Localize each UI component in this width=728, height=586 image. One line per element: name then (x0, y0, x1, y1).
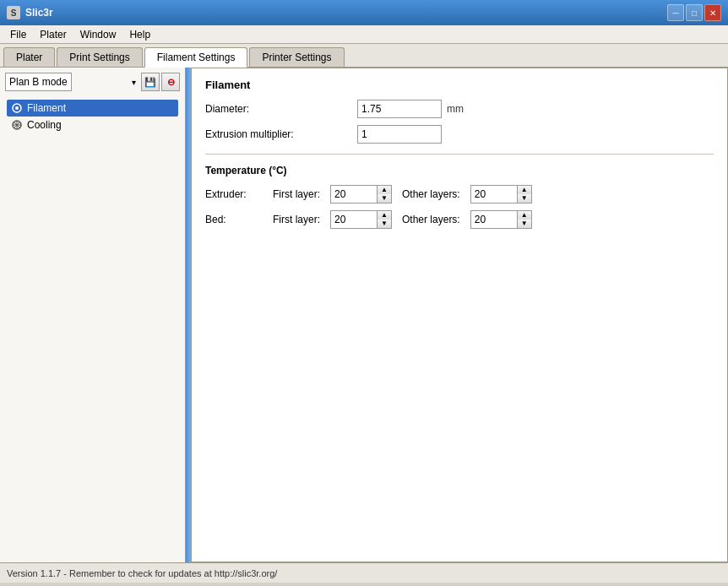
cooling-label: Cooling (27, 119, 62, 131)
extruder-other-layers-input[interactable] (470, 185, 517, 203)
bed-other-layers-input[interactable] (470, 210, 517, 229)
bed-other-layers-label: Other layers: (402, 214, 460, 225)
bed-other-layers-spinner-btns: ▲ ▼ (517, 210, 532, 229)
profile-select-wrapper: Plan B mode (5, 73, 139, 91)
status-bar: Version 1.1.7 - Remember to check for up… (0, 562, 728, 583)
bed-first-layer-group: First layer: ▲ ▼ (273, 210, 392, 229)
menu-window[interactable]: Window (73, 27, 123, 42)
extruder-temp-row: Extruder: First layer: ▲ ▼ Other layers: (205, 185, 714, 203)
extruder-first-layer-up[interactable]: ▲ (378, 186, 391, 194)
title-bar-left: S Slic3r (7, 6, 53, 19)
section-divider (205, 154, 714, 155)
bed-temp-row: Bed: First layer: ▲ ▼ Other layers: (205, 210, 714, 229)
bed-first-layer-down[interactable]: ▼ (378, 220, 391, 228)
extruder-first-layer-input[interactable] (330, 185, 377, 203)
extruder-first-layer-spinner-btns: ▲ ▼ (377, 185, 392, 203)
temperature-section: Temperature (°C) Extruder: First layer: … (205, 165, 714, 229)
main-area: Plan B mode 💾 ⊖ Filament (0, 68, 728, 562)
delete-profile-button[interactable]: ⊖ (161, 73, 180, 91)
svg-point-1 (15, 106, 19, 110)
extruder-first-layer-label: First layer: (273, 188, 320, 200)
temperature-section-title: Temperature (°C) (205, 165, 714, 176)
content-panel: Filament Diameter: mm Extrusion multipli… (191, 68, 728, 562)
bed-other-layers-group: Other layers: ▲ ▼ (402, 210, 532, 229)
title-bar: S Slic3r ─ □ ✕ (0, 0, 728, 25)
extruder-other-layers-down[interactable]: ▼ (518, 194, 531, 203)
extruder-other-layers-label: Other layers: (402, 188, 460, 200)
extruder-other-layers-group: Other layers: ▲ ▼ (402, 185, 532, 203)
menu-bar: File Plater Window Help (0, 25, 728, 44)
extruder-first-layer-spinner: ▲ ▼ (330, 185, 392, 203)
minimize-button[interactable]: ─ (667, 4, 684, 21)
menu-plater[interactable]: Plater (33, 27, 73, 42)
bed-first-layer-input[interactable] (330, 210, 377, 229)
sidebar-item-filament[interactable]: Filament (7, 100, 178, 117)
bed-other-layers-up[interactable]: ▲ (518, 211, 531, 220)
extrusion-multiplier-input[interactable] (357, 125, 442, 144)
bed-first-layer-up[interactable]: ▲ (378, 211, 391, 220)
extruder-other-layers-spinner-btns: ▲ ▼ (517, 185, 532, 203)
window-controls: ─ □ ✕ (667, 4, 721, 21)
profile-select[interactable]: Plan B mode (5, 73, 72, 91)
diameter-label: Diameter: (205, 103, 357, 115)
bed-first-layer-spinner-btns: ▲ ▼ (377, 210, 392, 229)
diameter-row: Diameter: mm (205, 100, 714, 118)
bed-temp-label: Bed: (205, 214, 273, 225)
tab-filament-settings[interactable]: Filament Settings (144, 47, 248, 68)
bed-other-layers-spinner: ▲ ▼ (470, 210, 532, 229)
tab-printer-settings[interactable]: Printer Settings (249, 47, 344, 67)
sidebar-dropdown: Plan B mode 💾 ⊖ (5, 73, 180, 91)
save-profile-button[interactable]: 💾 (141, 73, 160, 91)
extruder-other-layers-spinner: ▲ ▼ (470, 185, 532, 203)
extruder-first-layer-group: First layer: ▲ ▼ (273, 185, 392, 203)
bed-first-layer-label: First layer: (273, 214, 320, 225)
sidebar: Plan B mode 💾 ⊖ Filament (0, 68, 186, 562)
extrusion-multiplier-row: Extrusion multiplier: (205, 125, 714, 144)
extruder-first-layer-down[interactable]: ▼ (378, 194, 391, 203)
left-accent (186, 68, 191, 562)
sidebar-item-cooling[interactable]: Cooling (7, 117, 178, 133)
extruder-temp-label: Extruder: (205, 188, 273, 200)
window-title: Slic3r (25, 7, 53, 19)
filament-label: Filament (27, 102, 66, 114)
bed-first-layer-spinner: ▲ ▼ (330, 210, 392, 229)
extrusion-multiplier-label: Extrusion multiplier: (205, 128, 357, 140)
tab-bar: Plater Print Settings Filament Settings … (0, 44, 728, 68)
cooling-icon (10, 118, 24, 132)
tab-plater[interactable]: Plater (3, 47, 55, 67)
tab-print-settings[interactable]: Print Settings (57, 47, 142, 67)
extruder-other-layers-up[interactable]: ▲ (518, 186, 531, 194)
filament-section-title: Filament (205, 79, 714, 91)
diameter-input[interactable] (357, 100, 442, 118)
status-text: Version 1.1.7 - Remember to check for up… (7, 568, 277, 578)
close-button[interactable]: ✕ (704, 4, 721, 21)
bed-other-layers-down[interactable]: ▼ (518, 220, 531, 228)
menu-file[interactable]: File (3, 27, 33, 42)
menu-help[interactable]: Help (122, 27, 157, 42)
diameter-unit: mm (447, 103, 464, 115)
app-icon: S (7, 6, 20, 19)
sidebar-tree: Filament Cooling (5, 98, 180, 135)
filament-icon (10, 101, 24, 115)
maximize-button[interactable]: □ (686, 4, 703, 21)
filament-section: Filament Diameter: mm Extrusion multipli… (205, 79, 714, 144)
